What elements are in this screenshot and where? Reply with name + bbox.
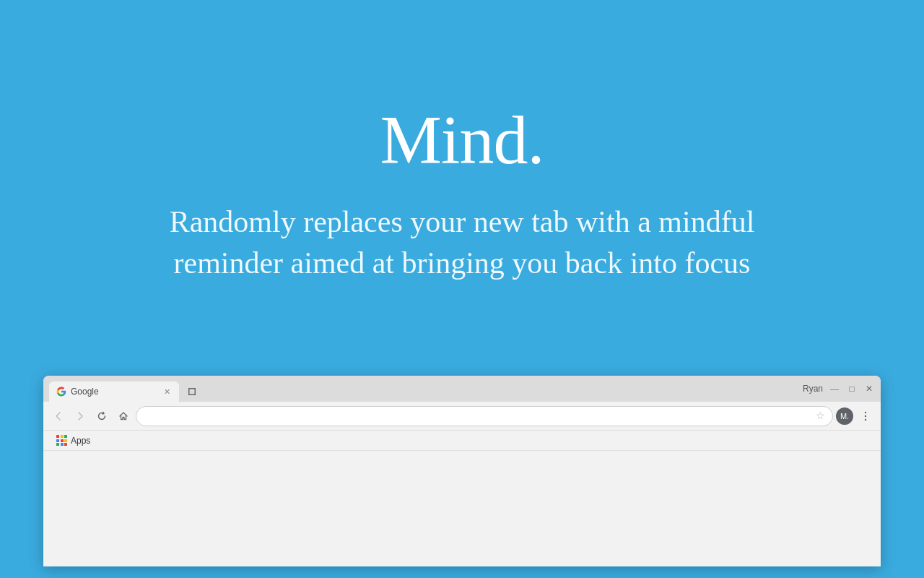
new-tab-button[interactable] <box>182 381 202 402</box>
back-button[interactable] <box>49 407 68 426</box>
address-bar-container[interactable]: ☆ <box>136 406 833 426</box>
google-favicon-icon <box>56 387 66 397</box>
tab-close-button[interactable]: ✕ <box>162 387 172 397</box>
address-bar-input[interactable] <box>144 410 811 421</box>
browser-titlebar: Google ✕ Ryan — □ ✕ <box>43 376 881 402</box>
forward-icon <box>75 411 85 421</box>
hero-section: Mind. Randomly replaces your new tab wit… <box>0 0 924 376</box>
svg-point-4 <box>865 411 866 413</box>
profile-avatar-button[interactable]: M. <box>836 407 853 425</box>
menu-dots-icon <box>860 410 871 422</box>
window-controls: Ryan — □ ✕ <box>803 383 875 394</box>
svg-point-6 <box>865 418 866 420</box>
minimize-button[interactable]: — <box>829 383 840 394</box>
svg-point-5 <box>865 415 866 416</box>
apps-label: Apps <box>71 436 90 446</box>
avatar-label: M. <box>840 412 849 420</box>
reload-button[interactable] <box>92 407 111 426</box>
svg-rect-3 <box>195 388 196 395</box>
home-icon <box>118 411 128 421</box>
reload-icon <box>97 411 107 421</box>
chrome-menu-button[interactable] <box>856 407 875 426</box>
forward-button[interactable] <box>71 407 90 426</box>
apps-grid-icon <box>56 435 67 446</box>
bookmark-star-icon[interactable]: ☆ <box>816 410 825 422</box>
back-icon <box>53 411 64 421</box>
browser-content-area <box>43 451 881 566</box>
apps-button[interactable]: Apps <box>52 434 95 447</box>
hero-subtitle: Randomly replaces your new tab with a mi… <box>137 202 787 283</box>
tab-title: Google <box>71 387 157 397</box>
browser-window: Google ✕ Ryan — □ ✕ <box>43 376 881 566</box>
browser-tabs: Google ✕ <box>49 376 803 402</box>
browser-tab-google[interactable]: Google ✕ <box>49 381 179 402</box>
home-button[interactable] <box>114 407 133 426</box>
user-name-label: Ryan <box>803 384 823 394</box>
close-window-button[interactable]: ✕ <box>863 383 875 394</box>
new-tab-icon <box>186 386 198 397</box>
maximize-button[interactable]: □ <box>846 383 858 394</box>
browser-toolbar: ☆ M. <box>43 402 881 431</box>
hero-title: Mind. <box>380 100 544 180</box>
bookmarks-bar: Apps <box>43 431 881 451</box>
